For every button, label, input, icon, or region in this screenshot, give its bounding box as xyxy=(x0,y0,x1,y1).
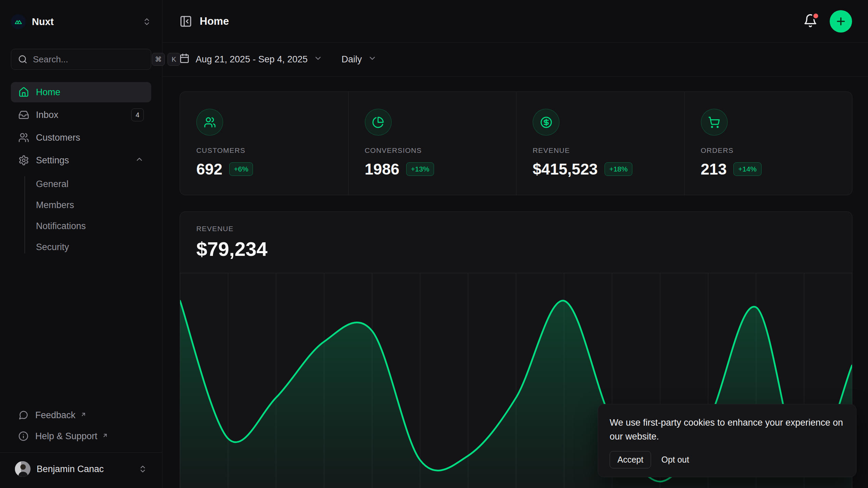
sidebar-item-label: Home xyxy=(36,87,60,98)
stat-label: CUSTOMERS xyxy=(196,146,332,155)
home-icon xyxy=(18,87,29,98)
sidebar: Nuxt ⌘ K Home xyxy=(0,0,162,488)
sidebar-item-home[interactable]: Home xyxy=(11,82,151,102)
stat-card-orders[interactable]: ORDERS 213 +14% xyxy=(684,92,852,195)
sidebar-item-customers[interactable]: Customers xyxy=(11,127,151,148)
stat-delta-badge: +13% xyxy=(406,162,434,176)
interval-select[interactable]: Daily xyxy=(341,54,377,65)
optout-cookies-button[interactable]: Opt out xyxy=(661,455,689,465)
sidebar-item-security[interactable]: Security xyxy=(11,237,151,257)
user-name: Benjamin Canac xyxy=(37,464,132,474)
inbox-icon xyxy=(18,109,29,120)
sidebar-collapse-icon[interactable] xyxy=(179,15,192,28)
stat-value: 1986 xyxy=(365,160,399,178)
notification-dot xyxy=(812,12,820,20)
notifications-button[interactable] xyxy=(803,14,817,29)
main-header: Home xyxy=(162,0,868,43)
stat-value: 692 xyxy=(196,160,222,178)
feedback-label: Feedback xyxy=(35,410,76,421)
sidebar-item-inbox[interactable]: Inbox 4 xyxy=(11,105,151,125)
sidebar-item-label: Inbox xyxy=(36,110,58,120)
subnav-label: Notifications xyxy=(36,221,86,231)
subnav-label: General xyxy=(36,179,68,189)
stat-card-revenue[interactable]: REVENUE $415,523 +18% xyxy=(516,92,684,195)
revenue-chart-label: REVENUE xyxy=(196,225,836,233)
calendar-icon xyxy=(179,53,190,66)
stats-row: CUSTOMERS 692 +6% CONVERSIONS 1986 +13% xyxy=(180,92,852,195)
stat-delta-badge: +18% xyxy=(605,162,632,176)
chevron-up-icon xyxy=(135,155,144,166)
nuxt-logo-icon xyxy=(11,14,26,29)
stat-label: REVENUE xyxy=(533,146,668,155)
external-link-icon xyxy=(102,430,108,436)
workspace-name: Nuxt xyxy=(32,16,137,27)
shopping-cart-icon xyxy=(701,109,728,136)
user-menu[interactable]: Benjamin Canac xyxy=(11,455,151,483)
stat-delta-badge: +6% xyxy=(229,162,253,176)
cookie-actions: Accept Opt out xyxy=(610,451,845,468)
accept-cookies-button[interactable]: Accept xyxy=(610,451,651,468)
stat-value: 213 xyxy=(701,160,727,178)
stat-label: ORDERS xyxy=(701,146,836,155)
external-link-icon xyxy=(80,409,86,415)
chevrons-up-down-icon[interactable] xyxy=(138,465,147,473)
chevrons-up-down-icon[interactable] xyxy=(142,17,151,26)
subnav-label: Security xyxy=(36,242,69,252)
date-range-picker[interactable]: Aug 21, 2025 - Sep 4, 2025 xyxy=(179,53,322,66)
users-icon xyxy=(196,109,223,136)
stat-card-customers[interactable]: CUSTOMERS 692 +6% xyxy=(180,92,348,195)
stat-label: CONVERSIONS xyxy=(365,146,500,155)
users-icon xyxy=(18,132,29,143)
filters-toolbar: Aug 21, 2025 - Sep 4, 2025 Daily xyxy=(162,43,868,77)
stat-delta-badge: +14% xyxy=(733,162,761,176)
cookie-message: We use first-party cookies to enhance yo… xyxy=(610,416,845,444)
sidebar-nav: Home Inbox 4 Customers Settings xyxy=(11,82,151,257)
stat-card-conversions[interactable]: CONVERSIONS 1986 +13% xyxy=(348,92,516,195)
page-title: Home xyxy=(200,15,229,27)
cookie-banner: We use first-party cookies to enhance yo… xyxy=(598,404,856,477)
interval-label: Daily xyxy=(341,54,362,65)
gear-icon xyxy=(18,155,29,166)
app-window: Nuxt ⌘ K Home xyxy=(0,0,868,488)
revenue-chart-header: REVENUE $79,234 xyxy=(180,212,852,273)
info-circle-icon xyxy=(18,431,28,441)
sidebar-item-notifications[interactable]: Notifications xyxy=(11,216,151,236)
message-bubble-icon xyxy=(18,410,28,420)
divider xyxy=(0,452,162,453)
date-range-label: Aug 21, 2025 - Sep 4, 2025 xyxy=(196,54,308,65)
sidebar-item-label: Customers xyxy=(36,133,80,143)
search-input-wrapper[interactable]: ⌘ K xyxy=(11,49,151,70)
sidebar-footer: Feedback Help & Support Benjamin xyxy=(11,406,151,488)
plus-icon xyxy=(835,16,847,27)
header-actions xyxy=(803,10,852,33)
sidebar-item-settings[interactable]: Settings xyxy=(11,150,151,170)
add-button[interactable] xyxy=(830,10,852,33)
stat-value: $415,523 xyxy=(533,160,598,178)
sidebar-item-members[interactable]: Members xyxy=(11,195,151,215)
subnav-label: Members xyxy=(36,200,74,210)
dollar-circle-icon xyxy=(533,109,559,136)
search-icon xyxy=(18,55,27,64)
help-support-label: Help & Support xyxy=(35,431,97,442)
pie-chart-icon xyxy=(365,109,392,136)
chevron-down-icon xyxy=(368,54,377,65)
chevron-down-icon xyxy=(314,54,322,65)
revenue-chart-total: $79,234 xyxy=(196,238,836,260)
avatar xyxy=(15,461,31,477)
workspace-selector[interactable]: Nuxt xyxy=(11,14,151,30)
sidebar-item-general[interactable]: General xyxy=(11,174,151,194)
feedback-link[interactable]: Feedback xyxy=(11,406,151,425)
settings-subnav: General Members Notifications Security xyxy=(11,174,151,257)
inbox-count-badge: 4 xyxy=(131,108,144,121)
help-support-link[interactable]: Help & Support xyxy=(11,427,151,446)
search-input[interactable] xyxy=(33,54,146,65)
sidebar-item-label: Settings xyxy=(36,155,69,166)
